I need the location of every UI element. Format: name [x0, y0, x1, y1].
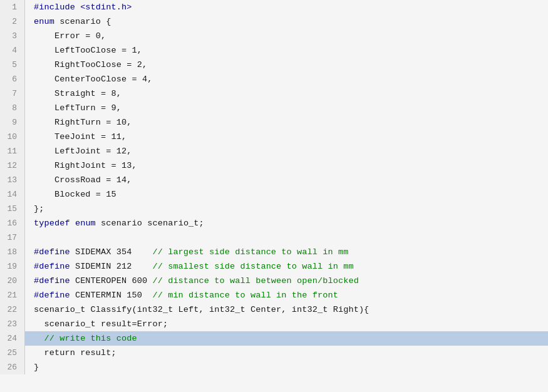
- line-content: LeftJoint = 12,: [25, 144, 132, 158]
- line-number: 10: [0, 130, 25, 144]
- line-content: scenario_t result=Error;: [25, 317, 168, 331]
- code-line: 24 // write this code: [0, 331, 548, 346]
- code-line: 3 Error = 0,: [0, 29, 548, 43]
- code-line: 18#define SIDEMAX 354 // largest side di…: [0, 245, 548, 259]
- line-number: 3: [0, 29, 25, 43]
- code-line: 4 LeftTooClose = 1,: [0, 43, 548, 58]
- code-line: 19#define SIDEMIN 212 // smallest side d…: [0, 259, 548, 274]
- line-content: #define CENTERMIN 150 // min distance to…: [25, 288, 338, 302]
- line-number: 20: [0, 274, 25, 288]
- code-container: 1#include <stdint.h>2enum scenario {3 Er…: [0, 0, 548, 374]
- line-content: Blocked = 15: [25, 187, 116, 202]
- line-number: 22: [0, 302, 25, 317]
- line-number: 9: [0, 115, 25, 130]
- code-line: 8 LeftTurn = 9,: [0, 101, 548, 115]
- code-line: 5 RightTooClose = 2,: [0, 58, 548, 72]
- code-line: 10 TeeJoint = 11,: [0, 130, 548, 144]
- line-number: 11: [0, 144, 25, 158]
- code-line: 1#include <stdint.h>: [0, 0, 548, 14]
- code-line: 25 return result;: [0, 346, 548, 360]
- code-line: 6 CenterTooClose = 4,: [0, 72, 548, 86]
- line-number: 26: [0, 360, 25, 374]
- line-number: 16: [0, 216, 25, 230]
- line-number: 19: [0, 259, 25, 274]
- code-line: 9 RightTurn = 10,: [0, 115, 548, 130]
- code-line: 14 Blocked = 15: [0, 187, 548, 202]
- line-content: LeftTurn = 9,: [25, 101, 121, 115]
- code-line: 15};: [0, 202, 548, 216]
- code-line: 26}: [0, 360, 548, 374]
- code-line: 2enum scenario {: [0, 14, 548, 29]
- line-number: 13: [0, 173, 25, 187]
- code-line: 13 CrossRoad = 14,: [0, 173, 548, 187]
- line-content: }: [25, 360, 39, 374]
- line-content: Straight = 8,: [25, 86, 121, 101]
- line-content: return result;: [25, 346, 116, 360]
- line-content: #include <stdint.h>: [25, 0, 132, 14]
- line-number: 18: [0, 245, 25, 259]
- code-line: 11 LeftJoint = 12,: [0, 144, 548, 158]
- line-number: 15: [0, 202, 25, 216]
- line-content: RightTooClose = 2,: [25, 58, 147, 72]
- line-number: 21: [0, 288, 25, 302]
- line-number: 2: [0, 14, 25, 29]
- line-number: 14: [0, 187, 25, 202]
- line-content: #define CENTEROPEN 600 // distance to wa…: [25, 274, 359, 288]
- code-line: 21#define CENTERMIN 150 // min distance …: [0, 288, 548, 302]
- line-number: 8: [0, 101, 25, 115]
- code-editor: 1#include <stdint.h>2enum scenario {3 Er…: [0, 0, 548, 392]
- line-content: CrossRoad = 14,: [25, 173, 132, 187]
- line-content: typedef enum scenario scenario_t;: [25, 216, 204, 230]
- line-number: 1: [0, 0, 25, 14]
- line-content: #define SIDEMIN 212 // smallest side dis…: [25, 259, 354, 274]
- line-content: Error = 0,: [25, 29, 106, 43]
- code-line: 16typedef enum scenario scenario_t;: [0, 216, 548, 230]
- code-line: 23 scenario_t result=Error;: [0, 317, 548, 331]
- line-content: };: [25, 202, 44, 216]
- line-content: RightTurn = 10,: [25, 115, 132, 130]
- line-content: #define SIDEMAX 354 // largest side dist…: [25, 245, 348, 259]
- line-number: 4: [0, 43, 25, 58]
- line-number: 7: [0, 86, 25, 101]
- line-number: 23: [0, 317, 25, 331]
- code-line: 7 Straight = 8,: [0, 86, 548, 101]
- line-number: 6: [0, 72, 25, 86]
- code-line: 17: [0, 230, 548, 245]
- line-number: 17: [0, 230, 25, 245]
- line-content: CenterTooClose = 4,: [25, 72, 152, 86]
- line-content: scenario_t Classify(int32_t Left, int32_…: [25, 302, 369, 317]
- line-content: LeftTooClose = 1,: [25, 43, 142, 58]
- code-line: 12 RightJoint = 13,: [0, 158, 548, 173]
- line-number: 25: [0, 346, 25, 360]
- line-number: 5: [0, 58, 25, 72]
- code-line: 22scenario_t Classify(int32_t Left, int3…: [0, 302, 548, 317]
- line-content: enum scenario {: [25, 14, 111, 29]
- line-number: 24: [0, 331, 25, 346]
- line-content: // write this code: [25, 331, 137, 346]
- line-number: 12: [0, 158, 25, 173]
- code-line: 20#define CENTEROPEN 600 // distance to …: [0, 274, 548, 288]
- line-content: RightJoint = 13,: [25, 158, 137, 173]
- line-content: TeeJoint = 11,: [25, 130, 127, 144]
